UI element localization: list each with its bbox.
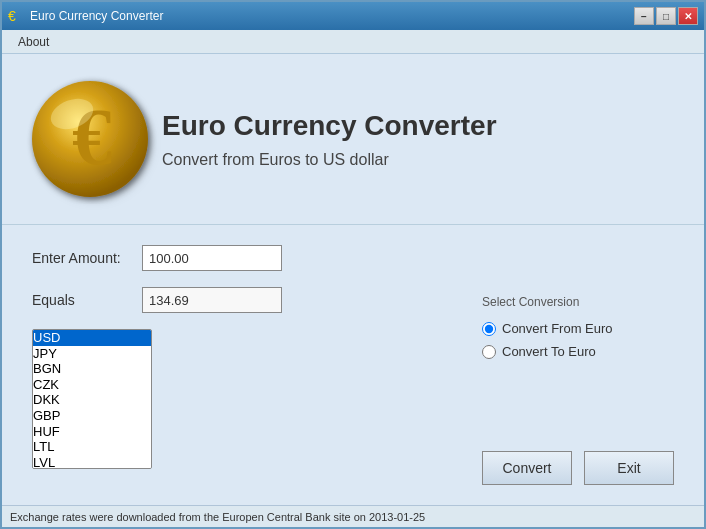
app-title: Euro Currency Converter: [162, 109, 497, 143]
radio-to-label[interactable]: Convert To Euro: [502, 344, 596, 359]
buttons-row: Convert Exit: [482, 441, 674, 485]
radio-from-label[interactable]: Convert From Euro: [502, 321, 613, 336]
app-subtitle: Convert from Euros to US dollar: [162, 151, 497, 169]
menu-bar: About: [2, 30, 704, 54]
result-output: [142, 287, 282, 313]
maximize-button[interactable]: □: [656, 7, 676, 25]
status-text: Exchange rates were downloaded from the …: [10, 511, 425, 523]
minimize-button[interactable]: −: [634, 7, 654, 25]
title-buttons: − □ ✕: [634, 7, 698, 25]
close-button[interactable]: ✕: [678, 7, 698, 25]
radio-from-euro[interactable]: [482, 322, 496, 336]
title-bar-left: € Euro Currency Converter: [8, 8, 163, 24]
header-section: € Euro Currency Converter Convert from E…: [2, 54, 704, 225]
form-section: Enter Amount: Equals USD JPY BGN CZK DKK: [2, 225, 704, 505]
euro-logo: €: [22, 74, 162, 204]
right-panel: Select Conversion Convert From Euro Conv…: [482, 245, 674, 485]
equals-label: Equals: [32, 292, 132, 308]
select-conversion-label: Select Conversion: [482, 295, 674, 309]
title-bar: € Euro Currency Converter − □ ✕: [2, 2, 704, 30]
radio-to-row: Convert To Euro: [482, 344, 674, 359]
window-icon: €: [8, 8, 24, 24]
currency-list[interactable]: USD JPY BGN CZK DKK GBP HUF LTL LVL PLN …: [32, 329, 152, 469]
left-panel: Enter Amount: Equals USD JPY BGN CZK DKK: [32, 245, 462, 485]
convert-button[interactable]: Convert: [482, 451, 572, 485]
radio-to-euro[interactable]: [482, 345, 496, 359]
conversion-group: Select Conversion Convert From Euro Conv…: [482, 295, 674, 359]
enter-amount-row: Enter Amount:: [32, 245, 462, 271]
window-title: Euro Currency Converter: [30, 9, 163, 23]
main-content: € Euro Currency Converter Convert from E…: [2, 54, 704, 505]
radio-from-row: Convert From Euro: [482, 321, 674, 336]
status-bar: Exchange rates were downloaded from the …: [2, 505, 704, 527]
main-window: € Euro Currency Converter − □ ✕ About: [0, 0, 706, 529]
menu-about[interactable]: About: [10, 33, 57, 51]
exit-button[interactable]: Exit: [584, 451, 674, 485]
amount-input[interactable]: [142, 245, 282, 271]
equals-row: Equals: [32, 287, 462, 313]
currency-list-container: USD JPY BGN CZK DKK GBP HUF LTL LVL PLN …: [32, 329, 462, 469]
enter-amount-label: Enter Amount:: [32, 250, 132, 266]
header-text: Euro Currency Converter Convert from Eur…: [162, 109, 497, 169]
